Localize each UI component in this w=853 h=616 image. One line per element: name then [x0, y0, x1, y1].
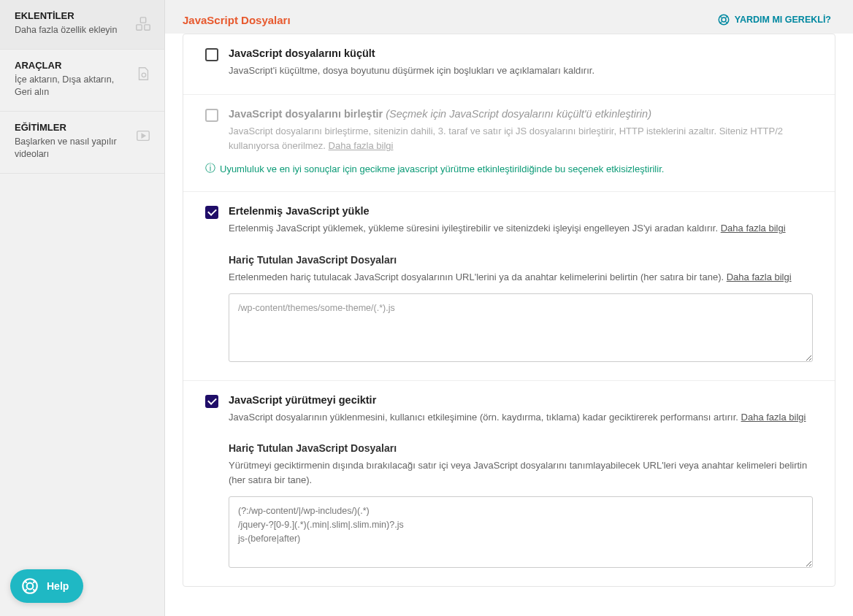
exclude-title: Hariç Tutulan JavaScript Dosyaları: [229, 442, 813, 454]
option-title: Ertelenmiş JavaScript yükle: [229, 205, 813, 217]
lifebuoy-icon: [717, 13, 730, 26]
more-info-link[interactable]: Daha fazla bilgi: [741, 412, 806, 423]
option-title: JavaScript dosyalarını birleştir (Seçmek…: [229, 108, 813, 120]
checkbox-combine-js: [205, 109, 218, 122]
checkbox-delay-js[interactable]: [205, 395, 218, 408]
compatibility-note: Uyumluluk ve en iyi sonuçlar için gecikm…: [205, 162, 813, 175]
option-desc: JavaScript dosyalarını birleştirme, site…: [229, 124, 813, 153]
option-title: JavaScript yürütmeyi geciktir: [229, 394, 813, 406]
option-condition: (Seçmek için JavaScript dosyalarını küçü…: [386, 108, 651, 120]
help-widget[interactable]: Help: [10, 569, 83, 603]
more-info-link[interactable]: Daha fazla bilgi: [329, 140, 394, 151]
delay-exclude-section: Hariç Tutulan JavaScript Dosyaları Yürüt…: [229, 442, 813, 570]
main-panel: JavaScript Dosyaları YARDIM MI GEREKLİ? …: [165, 0, 853, 616]
svg-point-6: [722, 18, 726, 22]
exclude-desc: Ertelenmeden hariç tutulacak JavaScript …: [229, 270, 813, 285]
gear-file-icon: [135, 66, 151, 82]
page-title: JavaScript Dosyaları: [183, 14, 291, 26]
svg-rect-1: [137, 25, 142, 30]
option-desc: JavaScript dosyalarının yüklenmesini, ku…: [229, 410, 813, 425]
page-header: JavaScript Dosyaları YARDIM MI GEREKLİ?: [165, 0, 853, 34]
sidebar-item-title: ARAÇLAR: [15, 60, 150, 71]
checkbox-minify-js[interactable]: [205, 48, 218, 61]
option-desc: Ertelenmiş JavaScript yüklemek, yükleme …: [229, 221, 813, 236]
exclude-title: Hariç Tutulan JavaScript Dosyaları: [229, 254, 813, 266]
svg-point-3: [142, 73, 146, 77]
svg-point-8: [27, 583, 34, 590]
option-delay-js: JavaScript yürütmeyi geciktir JavaScript…: [183, 381, 835, 586]
help-link-label: YARDIM MI GEREKLİ?: [735, 15, 831, 25]
sidebar-item-addons[interactable]: EKLENTİLER Daha fazla özellik ekleyin: [0, 0, 164, 50]
exclude-desc: Yürütmeyi geciktirmenin dışında bırakıla…: [229, 458, 813, 488]
sidebar-item-desc: Daha fazla özellik ekleyin: [15, 24, 150, 37]
more-info-link[interactable]: Daha fazla bilgi: [721, 223, 786, 234]
help-link[interactable]: YARDIM MI GEREKLİ?: [717, 13, 831, 26]
checkbox-defer-js[interactable]: [205, 206, 218, 219]
option-minify-js: JavaScript dosyalarını küçült JavaScript…: [183, 34, 835, 95]
cubes-icon: [135, 16, 151, 32]
sidebar-item-title: EĞİTİMLER: [15, 122, 150, 133]
option-defer-js: Ertelenmiş JavaScript yükle Ertelenmiş J…: [183, 192, 835, 380]
lifebuoy-icon: [20, 577, 39, 596]
more-info-link[interactable]: Daha fazla bilgi: [727, 272, 792, 282]
svg-rect-2: [145, 25, 150, 30]
sidebar-item-tools[interactable]: ARAÇLAR İçe aktarın, Dışa aktarın, Geri …: [0, 50, 164, 112]
sidebar-item-tutorials[interactable]: EĞİTİMLER Başlarken ve nasıl yapılır vid…: [0, 112, 164, 174]
svg-rect-0: [140, 18, 145, 23]
sidebar-item-desc: Başlarken ve nasıl yapılır videoları: [15, 136, 150, 161]
defer-exclude-textarea[interactable]: [229, 293, 813, 362]
sidebar: EKLENTİLER Daha fazla özellik ekleyin AR…: [0, 0, 165, 616]
option-title: JavaScript dosyalarını küçült: [229, 47, 813, 59]
option-combine-js: JavaScript dosyalarını birleştir (Seçmek…: [183, 95, 835, 192]
sidebar-item-desc: İçe aktarın, Dışa aktarın, Geri alın: [15, 74, 150, 99]
option-desc: JavaScript'i küçültme, dosya boyutunu dü…: [229, 63, 813, 78]
help-widget-label: Help: [47, 580, 69, 592]
sidebar-item-title: EKLENTİLER: [15, 10, 150, 21]
play-icon: [135, 128, 151, 144]
delay-exclude-textarea[interactable]: [229, 496, 813, 568]
defer-exclude-section: Hariç Tutulan JavaScript Dosyaları Ertel…: [229, 254, 813, 364]
options-panel: JavaScript dosyalarını küçült JavaScript…: [183, 34, 835, 587]
